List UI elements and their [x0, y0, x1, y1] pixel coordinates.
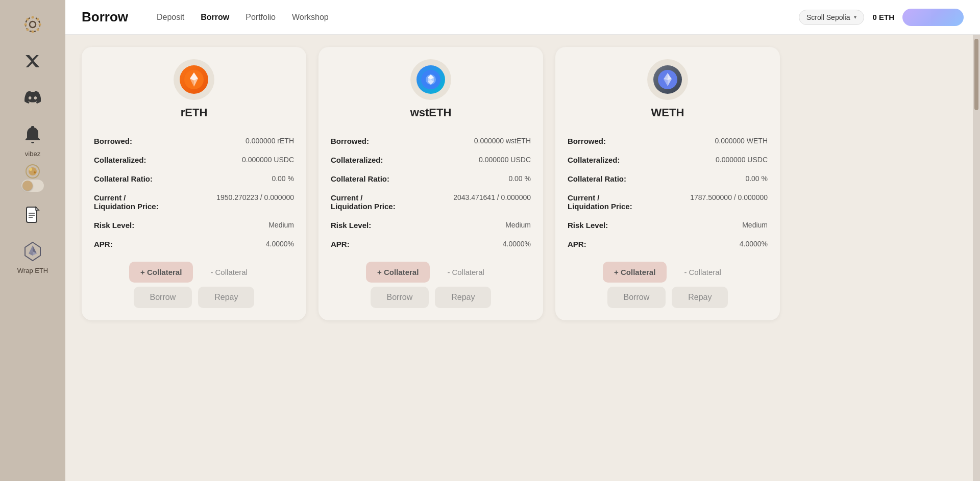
- weth-name: WETH: [651, 106, 684, 119]
- weth-collateralized-row: Collateralized: 0.000000 USDC: [568, 150, 768, 169]
- nav-deposit[interactable]: Deposit: [157, 13, 184, 22]
- header-right: Scroll Sepolia ▾ 0 ETH: [799, 9, 964, 26]
- wsteth-name: wstETH: [410, 106, 452, 119]
- wsteth-borrowed-label: Borrowed:: [331, 137, 369, 145]
- svg-point-2: [32, 16, 34, 19]
- reth-collateral-actions: + Collateral - Collateral: [94, 262, 294, 283]
- wsteth-ratio-label: Collateral Ratio:: [331, 174, 389, 183]
- weth-stats: Borrowed: 0.000000 WETH Collateralized: …: [568, 132, 768, 254]
- document-icon[interactable]: [16, 198, 49, 231]
- weth-ratio-value: 0.00 %: [745, 174, 768, 183]
- vibez-label: vibez: [25, 150, 40, 158]
- reth-collateralized-row: Collateralized: 0.000000 USDC: [94, 150, 294, 169]
- wsteth-ratio-row: Collateral Ratio: 0.00 %: [331, 169, 531, 188]
- reth-borrowed-value: 0.000000 rETH: [246, 137, 294, 145]
- reth-liquidation-row: Current /Liquidation Price: 1950.270223 …: [94, 188, 294, 216]
- sidebar-item-document[interactable]: [0, 198, 65, 231]
- svg-point-3: [32, 31, 34, 33]
- wsteth-collateralized-label: Collateralized:: [331, 156, 383, 164]
- page-title: Borrow: [82, 9, 128, 25]
- weth-repay-button[interactable]: Repay: [672, 287, 728, 308]
- ethereum-wrap-icon[interactable]: [16, 235, 49, 268]
- asset-card-weth: WETH Borrowed: 0.000000 WETH Collaterali…: [555, 47, 780, 320]
- reth-ratio-row: Collateral Ratio: 0.00 %: [94, 169, 294, 188]
- reth-collateralized-value: 0.000000 USDC: [242, 156, 294, 164]
- sidebar-item-twitter[interactable]: [0, 45, 65, 78]
- wsteth-liquidation-label: Current /Liquidation Price:: [331, 193, 396, 211]
- wsteth-liquidation-row: Current /Liquidation Price: 2043.471641 …: [331, 188, 531, 216]
- reth-apr-value: 4.0000%: [266, 240, 294, 248]
- settings-gear-icon[interactable]: [16, 8, 49, 41]
- weth-ratio-label: Collateral Ratio:: [568, 174, 626, 183]
- wsteth-repay-button[interactable]: Repay: [435, 287, 491, 308]
- reth-borrow-button[interactable]: Borrow: [134, 287, 192, 308]
- weth-risk-value: Medium: [742, 221, 768, 229]
- svg-point-8: [37, 18, 39, 21]
- reth-ratio-value: 0.00 %: [272, 174, 294, 183]
- sidebar-item-discord[interactable]: [0, 82, 65, 114]
- svg-point-13: [34, 171, 36, 173]
- wsteth-ratio-value: 0.00 %: [508, 174, 531, 183]
- nav-borrow[interactable]: Borrow: [201, 13, 229, 22]
- svg-point-9: [27, 29, 29, 31]
- weth-liquidation-label: Current /Liquidation Price:: [568, 193, 632, 211]
- network-selector[interactable]: Scroll Sepolia ▾: [799, 10, 865, 25]
- header: Borrow Deposit Borrow Portfolio Workshop…: [65, 0, 980, 35]
- sidebar-item-vibez[interactable]: vibez: [0, 118, 65, 158]
- weth-apr-value: 4.0000%: [740, 240, 768, 248]
- weth-collateralized-value: 0.000000 USDC: [716, 156, 768, 164]
- reth-apr-label: APR:: [94, 240, 113, 248]
- sidebar: vibez: [0, 0, 65, 481]
- settings-toggle-icon[interactable]: [16, 162, 49, 194]
- wsteth-risk-label: Risk Level:: [331, 221, 371, 230]
- main-content: Borrow Deposit Borrow Portfolio Workshop…: [65, 0, 980, 481]
- wrap-eth-label: Wrap ETH: [17, 267, 48, 274]
- reth-risk-label: Risk Level:: [94, 221, 134, 230]
- wsteth-apr-row: APR: 4.0000%: [331, 235, 531, 254]
- weth-borrowed-row: Borrowed: 0.000000 WETH: [568, 132, 768, 150]
- nav-workshop[interactable]: Workshop: [292, 13, 329, 22]
- weth-apr-label: APR:: [568, 240, 586, 248]
- scrollbar[interactable]: [973, 35, 980, 481]
- weth-remove-collateral-button[interactable]: - Collateral: [673, 262, 732, 283]
- weth-ratio-row: Collateral Ratio: 0.00 %: [568, 169, 768, 188]
- weth-collateralized-label: Collateralized:: [568, 156, 620, 164]
- weth-icon-wrapper: [647, 59, 688, 100]
- wsteth-apr-value: 4.0000%: [503, 240, 531, 248]
- toggle-switch[interactable]: [21, 180, 44, 192]
- wallet-avatar[interactable]: [902, 9, 964, 26]
- sidebar-item-wrap-eth[interactable]: Wrap ETH: [0, 235, 65, 274]
- sidebar-item-settings[interactable]: [0, 8, 65, 41]
- sidebar-item-toggle[interactable]: [0, 162, 65, 194]
- weth-borrow-button[interactable]: Borrow: [607, 287, 666, 308]
- reth-risk-value: Medium: [268, 221, 294, 229]
- reth-apr-row: APR: 4.0000%: [94, 235, 294, 254]
- weth-liquidation-row: Current /Liquidation Price: 1787.500000 …: [568, 188, 768, 216]
- wsteth-borrow-button[interactable]: Borrow: [371, 287, 429, 308]
- svg-rect-14: [27, 207, 37, 222]
- wsteth-add-collateral-button[interactable]: + Collateral: [366, 262, 430, 283]
- twitter-icon[interactable]: [16, 45, 49, 78]
- reth-repay-button[interactable]: Repay: [198, 287, 254, 308]
- wsteth-icon-wrapper: [410, 59, 451, 100]
- wsteth-collateral-actions: + Collateral - Collateral: [331, 262, 531, 283]
- wsteth-remove-collateral-button[interactable]: - Collateral: [436, 262, 496, 283]
- weth-collateral-actions: + Collateral - Collateral: [568, 262, 768, 283]
- nav-portfolio[interactable]: Portfolio: [246, 13, 276, 22]
- notifications-icon[interactable]: [16, 118, 49, 151]
- reth-borrowed-label: Borrowed:: [94, 137, 132, 145]
- svg-point-12: [29, 168, 32, 171]
- nav-bar: Deposit Borrow Portfolio Workshop: [157, 13, 329, 22]
- reth-add-collateral-button[interactable]: + Collateral: [129, 262, 193, 283]
- discord-icon[interactable]: [16, 82, 49, 114]
- wsteth-borrowed-value: 0.000000 wstETH: [474, 137, 531, 145]
- svg-point-6: [27, 18, 29, 21]
- wsteth-apr-label: APR:: [331, 240, 350, 248]
- weth-borrowed-label: Borrowed:: [568, 137, 606, 145]
- scroll-thumb[interactable]: [974, 39, 978, 110]
- svg-point-4: [24, 23, 27, 26]
- svg-point-7: [37, 29, 39, 31]
- weth-add-collateral-button[interactable]: + Collateral: [603, 262, 667, 283]
- reth-collateralized-label: Collateralized:: [94, 156, 146, 164]
- reth-remove-collateral-button[interactable]: - Collateral: [199, 262, 259, 283]
